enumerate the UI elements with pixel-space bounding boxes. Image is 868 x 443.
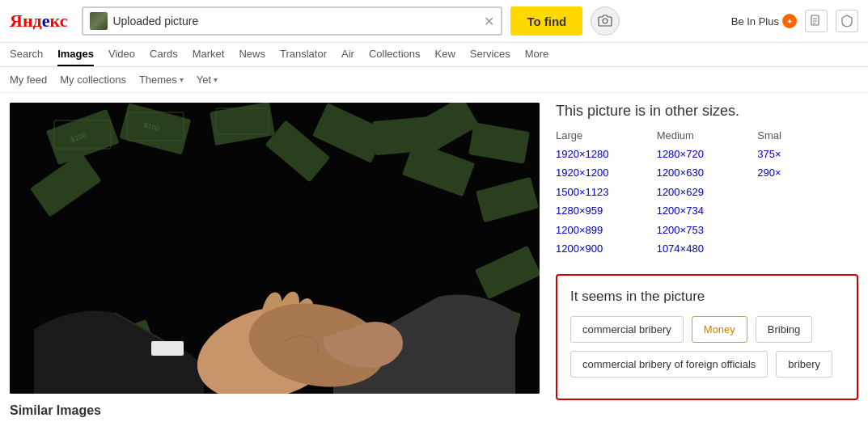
header-right: Be In Plus + <box>731 10 858 32</box>
sizes-small-col: Smal 375× 290× <box>757 129 858 258</box>
be-in-plus-label: Be In Plus <box>731 15 779 27</box>
main-image-container: $100 $100 <box>10 103 540 418</box>
nav-collections[interactable]: Collections <box>369 48 421 66</box>
size-link[interactable]: 1074×480 <box>657 239 758 258</box>
nav-images[interactable]: Images <box>57 48 94 66</box>
size-link[interactable]: 290× <box>757 163 858 182</box>
yandex-logo[interactable]: Яндекс <box>10 11 67 32</box>
tags-row-1: commercial bribery Money Bribing <box>570 316 844 343</box>
size-link[interactable]: 1920×1280 <box>556 145 657 163</box>
nav-cards[interactable]: Cards <box>150 48 178 66</box>
tag-commercial-bribery-foreign[interactable]: commercial bribery of foreign officials <box>570 351 768 378</box>
tags-row-2: commercial bribery of foreign officials … <box>570 351 844 378</box>
similar-images-label: Similar Images <box>10 403 540 418</box>
size-link[interactable]: 1500×1123 <box>556 183 657 201</box>
right-panel: This picture is in other sizes. Large 19… <box>556 103 858 418</box>
size-link[interactable]: 1920×1200 <box>556 163 657 182</box>
size-link[interactable]: 1280×720 <box>657 145 758 163</box>
yet-chevron-icon: ▾ <box>214 75 218 84</box>
nav-translator[interactable]: Translator <box>280 48 327 66</box>
tag-commercial-bribery[interactable]: commercial bribery <box>570 316 684 343</box>
main-nav: Search Images Video Cards Market News Tr… <box>0 43 868 67</box>
search-text: Uploaded picture <box>112 15 479 27</box>
sub-nav-yet[interactable]: Yet ▾ <box>197 74 218 86</box>
medium-header: Medium <box>657 129 758 141</box>
large-header: Large <box>556 129 657 141</box>
shield-icon[interactable] <box>836 10 858 32</box>
nav-news[interactable]: News <box>239 48 265 66</box>
sub-nav-mycollections[interactable]: My collections <box>60 74 126 86</box>
close-icon[interactable]: ✕ <box>484 14 494 29</box>
size-link[interactable]: 1280×959 <box>556 201 657 220</box>
sub-nav-themes[interactable]: Themes ▾ <box>139 74 184 86</box>
sub-nav: My feed My collections Themes ▾ Yet ▾ <box>0 67 868 93</box>
nav-market[interactable]: Market <box>193 48 225 66</box>
nav-air[interactable]: Air <box>341 48 354 66</box>
document-icon[interactable] <box>805 10 828 32</box>
size-link[interactable]: 1200×899 <box>556 221 657 239</box>
nav-video[interactable]: Video <box>108 48 135 66</box>
nav-search[interactable]: Search <box>10 48 43 66</box>
size-link[interactable]: 1200×630 <box>657 163 758 182</box>
svg-rect-25 <box>151 341 184 356</box>
size-link[interactable]: 1200×629 <box>657 183 758 201</box>
size-link[interactable]: 375× <box>757 145 858 163</box>
to-find-button[interactable]: To find <box>510 6 582 36</box>
svg-point-0 <box>603 19 608 23</box>
tag-bribery[interactable]: bribery <box>776 351 832 378</box>
detected-title: It seems in the picture <box>570 289 844 305</box>
tag-money[interactable]: Money <box>692 316 747 343</box>
content-area: $100 $100 <box>0 93 868 428</box>
be-in-plus[interactable]: Be In Plus + <box>731 14 797 28</box>
size-link[interactable]: 1200×900 <box>556 239 657 258</box>
sizes-large-col: Large 1920×1280 1920×1200 1500×1123 1280… <box>556 129 657 258</box>
header: Яндекс Uploaded picture ✕ To find Be In … <box>0 0 868 43</box>
small-header: Smal <box>757 129 858 141</box>
sub-nav-myfeed[interactable]: My feed <box>10 74 47 86</box>
sizes-title: This picture is in other sizes. <box>556 103 858 120</box>
nav-more[interactable]: More <box>525 48 549 66</box>
main-image: $100 $100 <box>10 103 540 394</box>
tag-bribing[interactable]: Bribing <box>756 316 812 343</box>
thumbnail-preview <box>90 12 108 30</box>
nav-kew[interactable]: Kew <box>435 48 455 66</box>
themes-chevron-icon: ▾ <box>180 75 184 84</box>
size-link[interactable]: 1200×734 <box>657 201 758 220</box>
detected-box: It seems in the picture commercial bribe… <box>556 274 858 400</box>
svg-rect-20 <box>372 116 435 155</box>
sizes-medium-col: Medium 1280×720 1200×630 1200×629 1200×7… <box>657 129 758 258</box>
search-box[interactable]: Uploaded picture ✕ <box>82 6 502 36</box>
nav-services[interactable]: Services <box>470 48 510 66</box>
camera-button[interactable] <box>591 6 620 36</box>
sizes-grid: Large 1920×1280 1920×1200 1500×1123 1280… <box>556 129 858 258</box>
plus-badge: + <box>782 14 797 28</box>
size-link[interactable]: 1200×753 <box>657 221 758 239</box>
